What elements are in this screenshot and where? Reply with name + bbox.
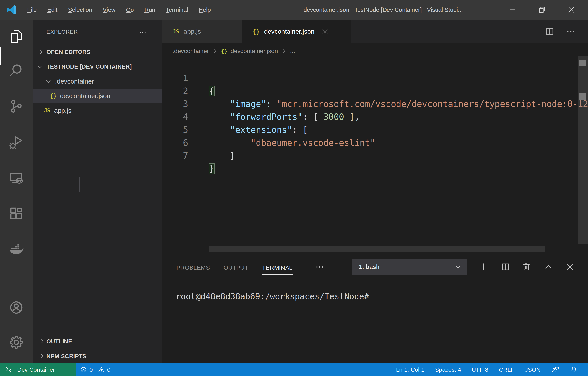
language-indicator[interactable]: JSON bbox=[525, 366, 541, 373]
js-file-icon: JS bbox=[44, 108, 50, 114]
problems-indicator[interactable]: 0 0 bbox=[80, 364, 110, 376]
menu-file[interactable]: File bbox=[22, 5, 42, 14]
chevron-right-icon bbox=[281, 48, 287, 54]
open-editors-label: OPEN EDITORS bbox=[46, 49, 91, 55]
more-actions-icon[interactable] bbox=[566, 27, 576, 36]
tab-app-js[interactable]: JS app.js bbox=[162, 20, 242, 43]
json-file-icon: {} bbox=[50, 93, 57, 99]
indentation-indicator[interactable]: Spaces: 4 bbox=[435, 366, 461, 373]
title-bar: File Edit Selection View Go Run Terminal… bbox=[0, 0, 588, 20]
close-tab-icon[interactable] bbox=[321, 28, 329, 35]
kill-terminal-trash-icon[interactable] bbox=[521, 262, 531, 272]
terminal-instance-select[interactable]: 1: bash bbox=[352, 259, 468, 275]
npm-scripts-label: NPM SCRIPTS bbox=[46, 353, 86, 360]
tree-item-devcontainer-json[interactable]: {} devcontainer.json bbox=[32, 89, 162, 103]
remote-explorer-icon[interactable] bbox=[9, 170, 24, 186]
section-npm-scripts[interactable]: NPM SCRIPTS bbox=[32, 349, 162, 364]
menu-run[interactable]: Run bbox=[139, 5, 160, 14]
warning-icon bbox=[98, 366, 105, 373]
breadcrumb-folder[interactable]: .devcontainer bbox=[172, 48, 209, 55]
terminal-instance-label: 1: bash bbox=[359, 263, 454, 271]
run-debug-icon[interactable] bbox=[9, 135, 24, 151]
menu-edit[interactable]: Edit bbox=[42, 5, 63, 14]
breadcrumb-more[interactable]: ... bbox=[290, 48, 295, 55]
sidebar-more-actions-icon[interactable] bbox=[138, 28, 147, 36]
minimize-icon bbox=[508, 5, 517, 14]
editor-actions bbox=[545, 20, 576, 43]
accounts-icon[interactable] bbox=[9, 300, 24, 315]
menu-bar: File Edit Selection View Go Run Terminal… bbox=[22, 0, 216, 20]
section-workspace[interactable]: TESTNODE [DEV CONTAINER] bbox=[32, 59, 162, 74]
breadcrumb: .devcontainer {} devcontainer.json ... bbox=[172, 43, 584, 59]
tab-output[interactable]: OUTPUT bbox=[224, 259, 248, 275]
js-file-icon: JS bbox=[173, 28, 179, 35]
tab-label: devcontainer.json bbox=[264, 28, 315, 35]
overview-ruler-mark bbox=[579, 60, 586, 66]
file-name: devcontainer.json bbox=[60, 92, 110, 100]
chevron-right-icon bbox=[38, 353, 45, 360]
json-file-icon: {} bbox=[221, 48, 228, 54]
panel-tab-bar: PROBLEMS OUTPUT TERMINAL bbox=[176, 259, 293, 275]
chevron-right-icon bbox=[38, 48, 45, 55]
close-panel-icon[interactable] bbox=[565, 262, 575, 272]
tree-item-app-js[interactable]: JS app.js bbox=[32, 103, 162, 118]
menu-terminal[interactable]: Terminal bbox=[160, 5, 193, 14]
eol-indicator[interactable]: CRLF bbox=[499, 366, 514, 373]
vertical-scrollbar[interactable] bbox=[578, 56, 588, 244]
code-token: } bbox=[209, 164, 214, 174]
remote-label: Dev Container bbox=[17, 366, 55, 373]
code-line: 3 "forwardPorts": [ 3000 ], bbox=[162, 84, 588, 97]
indent-guide bbox=[230, 72, 230, 136]
menu-go[interactable]: Go bbox=[121, 5, 139, 14]
minimize-button[interactable] bbox=[498, 0, 527, 20]
notifications-bell-icon[interactable] bbox=[570, 366, 578, 374]
close-window-button[interactable] bbox=[557, 0, 586, 20]
window-controls bbox=[498, 0, 586, 20]
code-editor[interactable]: 1 { 2 "image": "mcr.microsoft.com/vscode… bbox=[162, 59, 588, 149]
panel-more-actions-icon[interactable] bbox=[315, 262, 324, 272]
editor-tab-bar: JS app.js {} devcontainer.json bbox=[162, 20, 588, 43]
chevron-down-icon bbox=[45, 78, 52, 85]
horizontal-scrollbar[interactable] bbox=[209, 246, 545, 252]
tab-terminal[interactable]: TERMINAL bbox=[262, 259, 293, 275]
line-col-indicator[interactable]: Ln 1, Col 1 bbox=[396, 366, 424, 373]
vscode-window: File Edit Selection View Go Run Terminal… bbox=[0, 0, 588, 376]
workspace-label: TESTNODE [DEV CONTAINER] bbox=[46, 63, 132, 70]
file-name: app.js bbox=[54, 107, 71, 114]
line-number: 7 bbox=[162, 149, 188, 162]
overview-ruler-mark bbox=[579, 93, 586, 100]
chevron-right-icon bbox=[212, 48, 218, 54]
outline-label: OUTLINE bbox=[46, 338, 72, 345]
code-line: 2 "image": "mcr.microsoft.com/vscode/dev… bbox=[162, 72, 588, 84]
docker-icon[interactable] bbox=[9, 241, 24, 257]
new-terminal-icon[interactable] bbox=[478, 262, 488, 272]
section-outline[interactable]: OUTLINE bbox=[32, 334, 162, 349]
restore-icon bbox=[538, 5, 546, 14]
terminal-prompt[interactable]: root@d48e8d38ab69:/workspaces/TestNode# bbox=[176, 292, 369, 301]
maximize-panel-icon[interactable] bbox=[543, 262, 554, 272]
menu-view[interactable]: View bbox=[97, 5, 120, 14]
feedback-icon[interactable] bbox=[551, 366, 559, 374]
tree-item-devcontainer-folder[interactable]: .devcontainer bbox=[32, 74, 162, 89]
search-icon[interactable] bbox=[9, 63, 24, 78]
folder-name: .devcontainer bbox=[55, 78, 94, 85]
remote-icon bbox=[5, 366, 12, 374]
remote-indicator[interactable]: Dev Container bbox=[0, 364, 76, 376]
code-line: 1 { bbox=[162, 59, 588, 72]
tab-devcontainer-json[interactable]: {} devcontainer.json bbox=[242, 20, 351, 43]
restore-button[interactable] bbox=[527, 0, 557, 20]
menu-selection[interactable]: Selection bbox=[63, 5, 97, 14]
split-terminal-icon[interactable] bbox=[500, 262, 511, 272]
source-control-icon[interactable] bbox=[9, 98, 24, 114]
explorer-icon[interactable] bbox=[9, 29, 24, 44]
breadcrumb-file[interactable]: devcontainer.json bbox=[231, 48, 278, 55]
extensions-icon[interactable] bbox=[9, 205, 24, 221]
section-open-editors[interactable]: OPEN EDITORS bbox=[32, 45, 162, 59]
menu-help[interactable]: Help bbox=[193, 5, 216, 14]
chevron-down-icon bbox=[36, 63, 43, 70]
tab-problems[interactable]: PROBLEMS bbox=[176, 259, 210, 275]
settings-gear-icon[interactable] bbox=[9, 334, 24, 350]
split-editor-icon[interactable] bbox=[545, 26, 555, 37]
code-line: 7 } bbox=[162, 136, 588, 149]
encoding-indicator[interactable]: UTF-8 bbox=[472, 366, 488, 373]
